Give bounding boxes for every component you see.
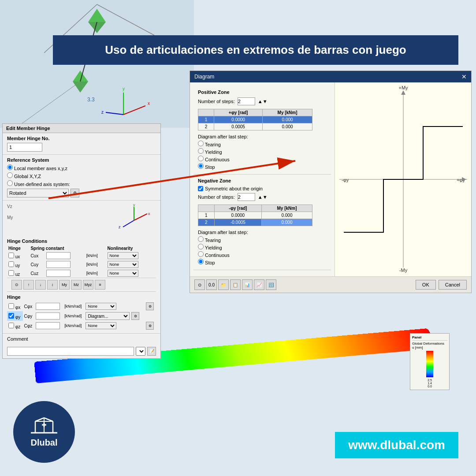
cphiz-input[interactable]: [36, 322, 60, 329]
svg-marker-5: [73, 82, 88, 93]
member-hinge-no-input[interactable]: [7, 143, 42, 152]
negative-steps-input[interactable]: [238, 193, 255, 201]
after-stop-neg[interactable]: Stop: [198, 259, 327, 265]
panel-title: Edit Member Hinge: [3, 124, 160, 133]
svg-text:x: x: [148, 101, 150, 106]
tool-btn-4[interactable]: 📋: [230, 279, 241, 290]
symmetric-checkbox[interactable]: [198, 186, 203, 191]
rotated-dropdown-row: Rotated ⚙: [7, 189, 156, 197]
tool-btn-3[interactable]: 📁: [218, 279, 229, 290]
after-continuous-neg[interactable]: Continuous: [198, 251, 327, 258]
phiz-icon-btn[interactable]: ⚙: [146, 322, 154, 330]
comment-input-row: ▼ 📝: [3, 344, 160, 358]
svg-line-17: [123, 220, 134, 227]
cancel-button[interactable]: Cancel: [439, 280, 467, 290]
reference-system-section: Reference System Local member axes x,y,z…: [3, 155, 160, 201]
legend-title: Panel: [412, 335, 447, 341]
svg-marker-2: [88, 9, 106, 22]
phix-nonlinear[interactable]: None: [86, 303, 116, 310]
after-yielding-pos[interactable]: Yielding: [198, 148, 327, 155]
close-button[interactable]: ✕: [461, 73, 467, 80]
after-continuous-pos[interactable]: Continuous: [198, 156, 327, 162]
hinge-col-spring: Spring constant: [29, 245, 106, 251]
axes-panel-indicator: x y z Vz My: [3, 201, 160, 236]
ux-checkbox[interactable]: [8, 253, 14, 258]
toolbar-btn-3[interactable]: ↓: [35, 280, 46, 290]
hinge-conditions-section: Hinge Conditions Hinge Spring constant N…: [3, 236, 160, 334]
legend-mid: 1.4: [412, 382, 447, 385]
svg-line-35: [44, 418, 53, 421]
legend-min: 0.0: [412, 385, 447, 388]
title-banner: Uso de articulaciones en extremos de bar…: [53, 35, 458, 65]
phiy-nonlinear-select[interactable]: Diagram...: [86, 312, 130, 320]
comment-input[interactable]: [7, 347, 134, 356]
steps-arrows: ▲▼: [258, 99, 268, 104]
reference-system-title: Reference System: [7, 157, 156, 163]
uz-checkbox[interactable]: [8, 270, 14, 276]
table-row: ux Cux [kN/m] None: [7, 251, 156, 260]
svg-line-7: [22, 82, 80, 123]
comment-dropdown[interactable]: ▼: [136, 347, 145, 356]
cuy-input[interactable]: [46, 261, 71, 268]
ux-nonlinear[interactable]: None: [108, 252, 138, 259]
tool-btn-5[interactable]: 📊: [242, 279, 253, 290]
legend-max: 2.5: [412, 379, 447, 382]
after-yielding-neg[interactable]: Yielding: [198, 244, 327, 250]
svg-line-8: [123, 106, 145, 115]
toolbar-btn-1[interactable]: ⊙: [11, 280, 22, 290]
phiy-nonlinear-row: Diagram... ⚙: [86, 312, 143, 320]
toolbar-btn-2[interactable]: ↑: [23, 280, 34, 290]
after-stop-pos[interactable]: Stop: [198, 163, 327, 170]
uz-nonlinear[interactable]: None: [108, 270, 138, 277]
ref-local[interactable]: Local member axes x,y,z: [7, 164, 156, 171]
tool-btn-7[interactable]: 🔢: [266, 279, 276, 290]
rotated-select[interactable]: Rotated: [7, 189, 69, 197]
table-row: φy Cφy [kNm/rad] Diagram... ⚙: [7, 311, 156, 321]
svg-text:y: y: [133, 203, 135, 207]
legend-color-scale: [426, 351, 433, 377]
svg-line-10: [106, 112, 123, 115]
toolbar-btn-4[interactable]: ↕: [47, 280, 58, 290]
hinge-rotation-title: Hinge: [7, 294, 156, 301]
svg-line-0: [97, 4, 154, 35]
ok-button[interactable]: OK: [416, 280, 436, 290]
tool-btn-2[interactable]: 0.0: [206, 279, 217, 290]
dlubal-logo: Dlubal: [13, 401, 75, 463]
positive-zone-title: Positive Zone: [198, 89, 327, 95]
ref-user[interactable]: User-defined axis system:: [7, 180, 156, 187]
cux-input[interactable]: [46, 252, 71, 259]
phix-checkbox[interactable]: [8, 303, 14, 309]
phix-icon-btn[interactable]: ⚙: [146, 302, 154, 310]
table-row: 1 0.0000 0.000: [198, 116, 312, 123]
after-tearing-pos[interactable]: Tearing: [198, 141, 327, 147]
neg-my-header: My [kNm]: [261, 205, 312, 212]
uy-nonlinear[interactable]: None: [108, 261, 138, 268]
cuz-input[interactable]: [46, 270, 71, 277]
svg-line-15: [134, 214, 147, 220]
phiy-icon-btn[interactable]: ⚙: [131, 312, 139, 320]
toolbar-btn-5[interactable]: My: [59, 280, 70, 290]
toolbar-btn-7[interactable]: Myz: [83, 280, 93, 290]
rotated-icon-btn[interactable]: ⚙: [71, 189, 79, 197]
phiz-checkbox[interactable]: [8, 323, 14, 328]
tool-btn-6[interactable]: 📈: [254, 279, 264, 290]
website-url: www.dlubal.com: [348, 438, 445, 452]
tool-btn-1[interactable]: ⊙: [194, 279, 205, 290]
ref-global[interactable]: Global X,Y,Z: [7, 172, 156, 179]
svg-text:z: z: [119, 225, 121, 229]
after-tearing-neg[interactable]: Tearing: [198, 236, 327, 243]
table-row: uz Cuz [kN/m] None: [7, 269, 156, 278]
phiz-nonlinear[interactable]: None: [86, 322, 116, 329]
neg-steps-label: Number of steps:: [198, 194, 235, 200]
cphiy-input[interactable]: [36, 312, 60, 320]
pos-phi-header: +φy [rad]: [214, 109, 263, 116]
cphix-input[interactable]: [36, 303, 60, 310]
uy-checkbox[interactable]: [8, 261, 14, 267]
toolbar-btn-8[interactable]: ≡: [95, 280, 105, 290]
dialog-action-buttons: OK Cancel: [416, 280, 467, 290]
comment-btn[interactable]: 📝: [147, 347, 156, 356]
panel-layout: Positive Zone Number of steps: ▲▼ +φy [r…: [190, 82, 471, 276]
phiy-checkbox[interactable]: [8, 313, 14, 319]
toolbar-btn-6[interactable]: Mz: [71, 280, 82, 290]
positive-steps-input[interactable]: [238, 97, 255, 105]
